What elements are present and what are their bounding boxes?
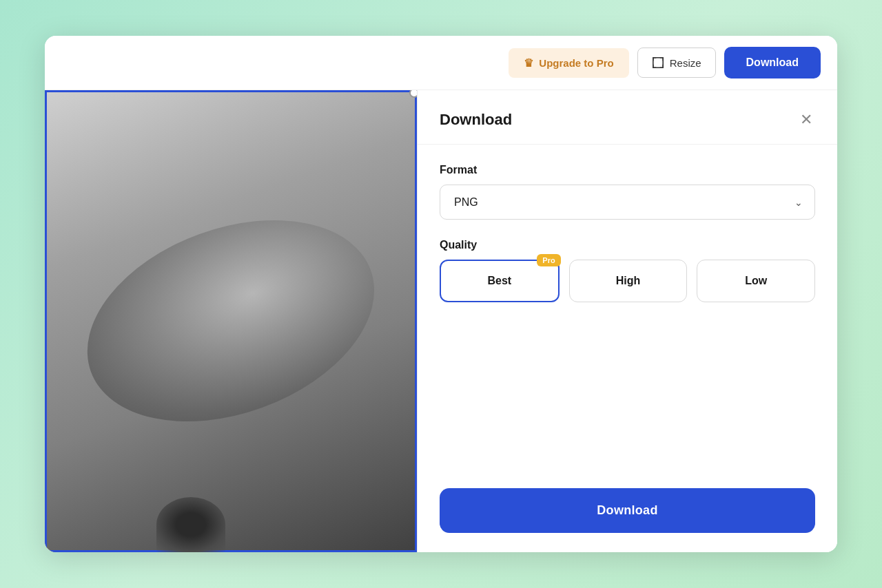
resize-icon [652,56,664,69]
main-content: Download ✕ Format PNG JPG WEBP PDF ⌄ [45,90,837,552]
download-panel: Download ✕ Format PNG JPG WEBP PDF ⌄ [417,90,837,552]
canvas-image [45,90,417,552]
upgrade-label: Upgrade to Pro [539,57,613,69]
app-container: ♛ Upgrade to Pro Resize Download [45,36,837,552]
format-select[interactable]: PNG JPG WEBP PDF [440,185,815,220]
pro-badge: Pro [537,254,560,266]
quality-high-label: High [616,275,641,286]
selection-border [45,90,417,552]
toolbar: ♛ Upgrade to Pro Resize Download [45,36,837,90]
close-button[interactable]: ✕ [797,109,815,130]
panel-header: Download ✕ [418,90,837,145]
quality-low-button[interactable]: Low [697,260,815,302]
upgrade-to-pro-button[interactable]: ♛ Upgrade to Pro [509,48,628,78]
panel-body: Format PNG JPG WEBP PDF ⌄ Quality [418,145,837,488]
download-main-button[interactable]: Download [440,488,815,533]
quality-best-button[interactable]: Pro Best [440,260,560,302]
format-select-wrapper: PNG JPG WEBP PDF ⌄ [440,185,815,220]
resize-button[interactable]: Resize [637,48,716,78]
resize-label: Resize [670,57,701,69]
download-header-button[interactable]: Download [724,47,821,78]
selection-handle [409,90,417,98]
format-label: Format [440,164,815,176]
quality-label: Quality [440,239,815,251]
quality-section: Quality Pro Best High Low [440,239,815,302]
quality-best-label: Best [487,275,511,286]
panel-footer: Download [418,488,837,552]
crown-icon: ♛ [524,56,533,70]
canvas-area [45,90,417,552]
panel-title: Download [440,111,512,129]
quality-low-label: Low [745,275,767,286]
svg-rect-0 [653,58,663,67]
quality-high-button[interactable]: High [569,260,688,302]
quality-options: Pro Best High Low [440,260,815,302]
format-section: Format PNG JPG WEBP PDF ⌄ [440,164,815,220]
